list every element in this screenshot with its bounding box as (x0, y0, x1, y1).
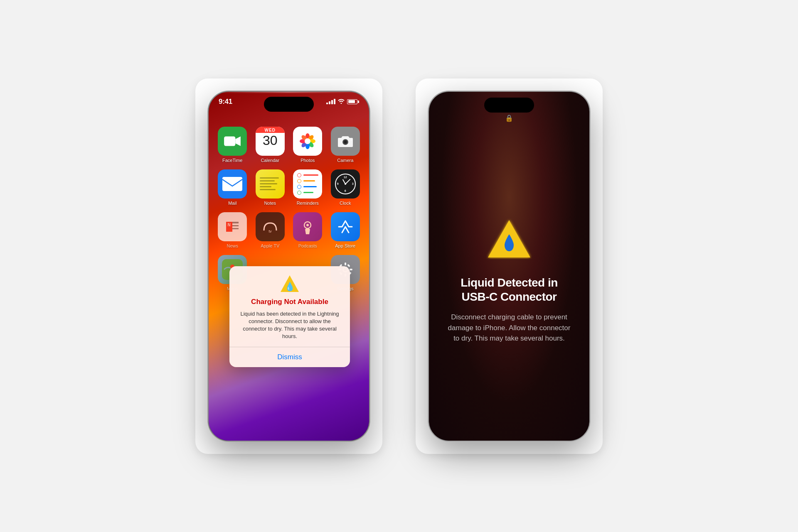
app-appstore[interactable]: App Store (330, 212, 361, 248)
dynamic-island-1 (264, 97, 314, 112)
appstore-label: App Store (335, 243, 355, 248)
svg-point-13 (344, 141, 347, 143)
app-calendar[interactable]: WED 30 Calendar (255, 127, 286, 163)
dynamic-island-2 (484, 98, 534, 113)
svg-rect-15 (222, 177, 242, 191)
app-notes[interactable]: Notes (255, 169, 286, 206)
page-background: 9:41 (0, 0, 798, 532)
svg-text:💧: 💧 (285, 282, 295, 292)
alert-title: Charging Not Available (238, 298, 342, 306)
phone1-frame: 9:41 (208, 91, 370, 441)
appletv-label: Apple TV (261, 243, 279, 248)
app-podcasts[interactable]: Podcasts (292, 212, 323, 248)
app-news[interactable]: N News (217, 212, 248, 248)
status-icons-1 (326, 98, 359, 105)
app-clock[interactable]: 12 3 6 9 Clock (330, 169, 361, 206)
lock-icon: 🔒 (505, 114, 513, 122)
reminders-label: Reminders (297, 201, 319, 206)
calendar-date: 30 (263, 134, 278, 147)
app-mail[interactable]: Mail (217, 169, 248, 206)
svg-rect-32 (347, 264, 350, 267)
alert-dismiss-button[interactable]: Dismiss (238, 347, 342, 367)
notes-label: Notes (264, 201, 276, 206)
svg-rect-29 (350, 269, 352, 270)
phone1-screen: 9:41 (209, 92, 369, 441)
app-appletv[interactable]: tv Apple TV (255, 212, 286, 248)
svg-rect-0 (224, 136, 235, 146)
battery-icon (347, 99, 359, 104)
phone2-section: 🔒 (416, 78, 603, 454)
liquid-warning-icon (486, 218, 532, 261)
app-camera[interactable]: Camera (330, 127, 361, 163)
alert-popup: 💧 Charging Not Available Liquid has been… (229, 266, 350, 368)
camera-label: Camera (337, 158, 353, 163)
calendar-label: Calendar (261, 158, 279, 163)
svg-rect-26 (345, 262, 346, 265)
phone2-content: Liquid Detected in USB-C Connector Disco… (429, 122, 589, 441)
svg-text:N: N (228, 223, 231, 227)
facetime-label: FaceTime (222, 158, 243, 163)
news-label: News (227, 243, 238, 248)
status-time-1: 9:41 (219, 98, 232, 106)
phone1-section: 9:41 (195, 78, 382, 454)
wifi-icon (338, 98, 345, 105)
photos-label: Photos (300, 158, 315, 163)
phone2-body: Disconnect charging cable to prevent dam… (446, 312, 573, 344)
svg-point-10 (305, 138, 310, 144)
phone2-title: Liquid Detected in USB-C Connector (446, 276, 573, 304)
svg-text:tv: tv (268, 229, 272, 233)
svg-point-14 (350, 139, 352, 141)
clock-label: Clock (340, 201, 351, 206)
alert-warning-icon: 💧 (238, 275, 342, 294)
podcasts-label: Podcasts (298, 243, 317, 248)
app-facetime[interactable]: FaceTime (217, 127, 248, 163)
app-reminders[interactable]: Reminders (292, 169, 323, 206)
app-photos[interactable]: Photos (292, 127, 323, 163)
phone2-screen: 🔒 (429, 92, 589, 441)
svg-point-21 (306, 224, 309, 226)
calendar-day: WED (256, 127, 285, 133)
alert-body: Liquid has been detected in the Lightnin… (238, 310, 342, 341)
phone2-frame: 🔒 (428, 91, 590, 441)
lock-area: 🔒 (429, 113, 589, 122)
signal-bars-icon (326, 99, 335, 104)
mail-label: Mail (228, 201, 236, 206)
